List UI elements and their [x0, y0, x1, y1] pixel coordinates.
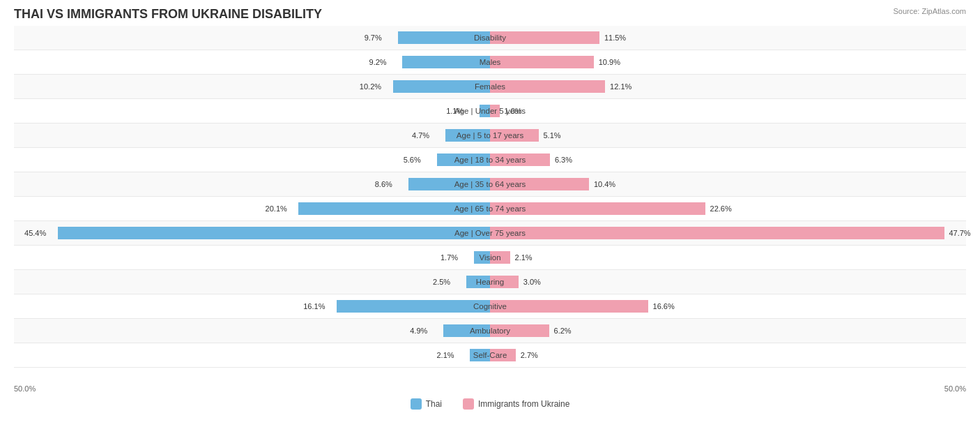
thai-color-box	[411, 398, 422, 410]
chart-row: Hearing2.5%3.0%	[14, 270, 966, 294]
ukraine-value: 3.0%	[523, 278, 541, 286]
row-label: Disability	[474, 33, 506, 42]
chart-row: Cognitive16.1%16.6%	[14, 294, 966, 319]
chart-row: Age | 18 to 34 years5.6%6.3%	[14, 148, 966, 172]
chart-row: Age | Over 75 years45.4%47.7%	[14, 221, 966, 246]
ukraine-value: 12.1%	[610, 82, 631, 91]
thai-bar	[402, 56, 490, 68]
chart-row: Vision1.7%2.1%	[14, 246, 966, 270]
ukraine-value: 6.2%	[554, 327, 572, 335]
chart-row: Age | 5 to 17 years4.7%5.1%	[14, 123, 966, 148]
legend-ukraine: Immigrants from Ukraine	[463, 398, 569, 410]
chart-row: Males9.2%10.9%	[14, 50, 966, 75]
row-label: Age | 35 to 64 years	[454, 180, 526, 188]
ukraine-bar	[490, 80, 605, 93]
ukraine-value: 2.1%	[515, 253, 533, 262]
row-label: Age | Under 5 years	[454, 107, 526, 115]
ukraine-value: 47.7%	[949, 229, 970, 237]
ukraine-value: 22.6%	[710, 204, 732, 213]
chart-row: Age | 65 to 74 years20.1%22.6%	[14, 197, 966, 221]
thai-value: 9.2%	[369, 58, 387, 66]
row-label: Age | 5 to 17 years	[457, 131, 523, 140]
thai-value: 5.6%	[404, 156, 421, 164]
thai-bar	[337, 300, 490, 313]
row-label: Self-Care	[473, 351, 507, 359]
row-label: Males	[480, 58, 501, 66]
thai-value: 8.6%	[375, 180, 392, 188]
thai-value: 1.7%	[441, 253, 458, 262]
thai-value: 2.5%	[433, 278, 450, 286]
legend: Thai Immigrants from Ukraine	[14, 398, 966, 410]
ukraine-color-box	[463, 398, 474, 410]
chart-title: THAI VS IMMIGRANTS FROM UKRAINE DISABILI…	[14, 7, 966, 22]
ukraine-value: 10.9%	[599, 58, 620, 66]
axis-left: 50.0%	[14, 384, 36, 393]
ukraine-bar	[490, 56, 594, 68]
thai-value: 10.2%	[360, 82, 381, 91]
thai-value: 20.1%	[266, 204, 287, 213]
row-label: Age | Over 75 years	[454, 229, 526, 237]
ukraine-value: 16.6%	[653, 302, 675, 310]
chart-row: Females10.2%12.1%	[14, 75, 966, 99]
row-label: Age | 65 to 74 years	[454, 204, 526, 213]
thai-value: 9.7%	[365, 33, 382, 42]
row-label: Age | 18 to 34 years	[454, 156, 526, 164]
axis-right: 50.0%	[944, 384, 966, 393]
thai-value: 4.7%	[412, 131, 429, 140]
thai-value: 45.4%	[24, 229, 46, 237]
row-label: Ambulatory	[470, 327, 510, 335]
thai-label: Thai	[426, 399, 442, 409]
ukraine-value: 2.7%	[521, 351, 538, 359]
thai-value: 16.1%	[303, 302, 325, 310]
chart-area: Disability9.7%11.5%Males9.2%10.9%Females…	[14, 26, 966, 382]
legend-thai: Thai	[411, 398, 442, 410]
thai-value: 4.9%	[410, 327, 427, 335]
ukraine-value: 5.1%	[543, 131, 560, 140]
row-label: Cognitive	[473, 302, 507, 310]
source-text: Source: ZipAtlas.com	[893, 7, 966, 15]
chart-row: Age | Under 5 years1.1%1.0%	[14, 99, 966, 123]
thai-bar	[58, 227, 490, 239]
thai-value: 2.1%	[437, 351, 454, 359]
chart-row: Disability9.7%11.5%	[14, 26, 966, 50]
ukraine-bar	[490, 300, 648, 313]
chart-container: THAI VS IMMIGRANTS FROM UKRAINE DISABILI…	[0, 0, 980, 427]
chart-row: Ambulatory4.9%6.2%	[14, 319, 966, 343]
chart-row: Self-Care2.1%2.7%	[14, 343, 966, 368]
row-label: Vision	[479, 253, 500, 262]
ukraine-label: Immigrants from Ukraine	[478, 399, 569, 409]
ukraine-bar	[490, 227, 944, 239]
row-label: Hearing	[476, 278, 504, 286]
axis-row: 50.0% 50.0%	[14, 382, 966, 396]
ukraine-value: 10.4%	[594, 180, 615, 188]
row-label: Females	[475, 82, 505, 91]
ukraine-bar	[490, 31, 599, 44]
ukraine-value: 11.5%	[604, 33, 626, 42]
chart-row: Age | 35 to 64 years8.6%10.4%	[14, 172, 966, 197]
ukraine-value: 6.3%	[555, 156, 572, 164]
